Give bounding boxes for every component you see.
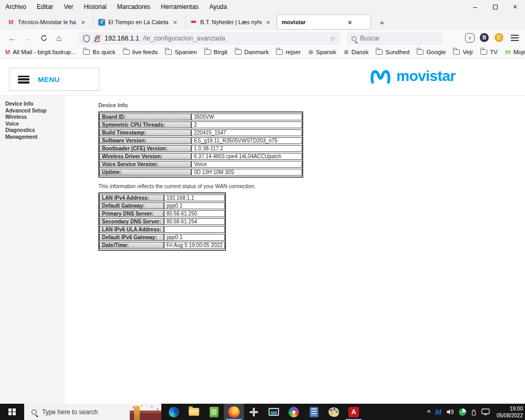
tab-close-icon[interactable]: ×	[172, 18, 177, 26]
menu-button[interactable]: MENU	[9, 68, 99, 91]
bookmark-item[interactable]: MAll Mail - birgit.fastrup...	[5, 49, 76, 55]
pocket-icon[interactable]: ∨	[465, 33, 475, 43]
sidebar-item-diagnostics[interactable]: Diagnostics	[5, 127, 65, 134]
row-value: Voice	[191, 161, 302, 168]
menu-marcadores[interactable]: Marcadores	[117, 3, 150, 11]
bookmark-item[interactable]: ⊕Spansk	[308, 48, 336, 56]
edge-icon[interactable]	[164, 404, 184, 420]
bookmark-folder[interactable]: rejser	[276, 49, 301, 55]
malwarebytes-icon[interactable]: M	[435, 408, 441, 416]
menu-archivo[interactable]: Archivo	[5, 3, 26, 11]
monitor-app-icon[interactable]	[264, 404, 284, 420]
row-label: Board ID:	[99, 114, 191, 120]
new-tab-button[interactable]: +	[375, 16, 389, 28]
table-row: Default IPv6 Gateway:ppp0.1	[99, 234, 225, 241]
tray-expand-icon[interactable]: ^	[427, 409, 430, 415]
movistar-m-icon	[369, 68, 392, 85]
tab-bt-nyheder[interactable]: ✱✱ B.T. Nyheder | Læs nyhederne p ×	[185, 15, 274, 29]
row-label: Software Version:	[99, 137, 191, 144]
sidebar-item-wireless[interactable]: Wireless	[5, 114, 65, 121]
tab-close-icon[interactable]: ×	[347, 18, 352, 26]
row-label: Uptime:	[99, 169, 191, 176]
bookmark-folder[interactable]: live feeds	[123, 49, 158, 55]
tab-close-icon[interactable]: ×	[265, 18, 270, 26]
search-icon	[352, 36, 356, 41]
bookmark-label: Spansk	[316, 49, 336, 55]
menu-ver[interactable]: Ver	[64, 3, 73, 11]
menu-historial[interactable]: Historial	[84, 3, 106, 11]
extension-b-icon[interactable]: B	[480, 33, 489, 42]
hamburger-menu-icon[interactable]	[511, 35, 519, 41]
start-button[interactable]	[0, 404, 24, 420]
tab-gmail[interactable]: M Técnico-Movistar le ha mencion ×	[3, 15, 89, 29]
calculator-icon[interactable]	[304, 404, 324, 420]
paint-icon[interactable]	[324, 404, 344, 420]
tab-close-icon[interactable]: ×	[80, 18, 85, 26]
row-label: Wireless Driver Version:	[99, 153, 191, 160]
network-display-icon[interactable]	[481, 408, 490, 415]
movistar-logo: movistar	[369, 66, 456, 87]
insecure-lock-icon	[94, 35, 101, 43]
extension-c-icon[interactable]: C	[495, 33, 503, 42]
restore-button[interactable]	[485, 0, 505, 14]
clock-time: 19:00	[497, 405, 523, 412]
url-bar[interactable]: 192.168.1.1/te_configuracion_avanzada ☆	[79, 32, 340, 45]
main-panel: Device Info Board ID:3505VW Symmetric CP…	[98, 96, 424, 251]
globe-icon: ⊕	[308, 48, 313, 56]
table-row: Voice Service Version:Voice	[99, 161, 302, 168]
file-explorer-icon[interactable]	[184, 404, 204, 420]
green-app-icon[interactable]	[204, 404, 224, 420]
reload-button[interactable]	[37, 32, 50, 45]
url-host: 192.168.1.1	[105, 35, 139, 42]
bookmark-folder[interactable]: Google	[417, 49, 446, 55]
search-highlight-art[interactable]	[130, 404, 161, 420]
taskbar-clock[interactable]: 19:00 05/08/2022	[495, 405, 523, 419]
bookmark-label: Sundhed	[385, 49, 409, 55]
search-bar[interactable]: Buscar	[347, 32, 442, 45]
bookmark-folder[interactable]: Birgit	[204, 49, 228, 55]
bookmark-folder[interactable]: Sundhed	[376, 49, 409, 55]
firefox-icon[interactable]	[224, 404, 244, 420]
row-value: 1.0.38-117.2	[191, 145, 302, 152]
taskbar-search[interactable]: Type here to search	[24, 404, 161, 420]
system-tray: ^ M ✓ 19:00 05/08/2022	[427, 404, 523, 420]
home-button[interactable]: ⌂	[52, 32, 66, 45]
tab-movistar-active[interactable]: movistar ×	[277, 15, 370, 29]
tab-title: movistar	[282, 19, 344, 25]
close-button[interactable]: ×	[505, 0, 525, 14]
antivirus-shield-icon[interactable]: ✓	[459, 408, 466, 416]
bookmark-item[interactable]: ⊕Dansk	[344, 48, 369, 56]
usb-icon[interactable]	[471, 408, 477, 416]
bookmark-star-icon[interactable]: ☆	[330, 35, 336, 43]
bookmark-folder[interactable]: TV	[480, 49, 498, 55]
bookmark-folder[interactable]: Vejr	[453, 49, 473, 55]
bookmark-folder[interactable]: Danmark	[235, 49, 269, 55]
row-value: Fri Aug 5 19:00:05 2022	[164, 242, 225, 249]
forward-button[interactable]: →	[21, 32, 35, 45]
bookmark-label: Dansk	[352, 49, 369, 55]
volume-icon[interactable]	[446, 408, 454, 415]
back-button[interactable]: ←	[5, 32, 19, 45]
menu-herramientas[interactable]: Herramientas	[161, 3, 199, 11]
remote-cursor-icon[interactable]	[244, 404, 264, 420]
menu-ayuda[interactable]: Ayuda	[209, 3, 227, 11]
bookmark-folder[interactable]: Spanien	[165, 49, 197, 55]
sidebar-item-management[interactable]: Management	[5, 134, 65, 141]
picasa-icon[interactable]	[284, 404, 304, 420]
folder-icon	[235, 49, 242, 55]
minimize-button[interactable]: –	[465, 0, 485, 14]
device-info-table: Board ID:3505VW Symmetric CPU Threads:2 …	[98, 111, 303, 178]
bookmark-item[interactable]: mMojeek	[505, 48, 525, 56]
table-row: Software Version:ES_g19.11_R3505VWSTD203…	[99, 137, 302, 144]
acrobat-icon[interactable]: A	[344, 404, 364, 420]
bookmark-label: Vejr	[462, 49, 473, 55]
sidebar-item-device-info[interactable]: Device Info	[5, 101, 65, 108]
folder-icon	[276, 49, 283, 55]
row-value: 80.58.61.250	[164, 210, 225, 217]
sidebar-item-voice[interactable]: Voice	[5, 121, 65, 128]
sidebar-item-advanced-setup[interactable]: Advanced Setup	[5, 108, 65, 115]
tab-eltiempo[interactable]: t El Tiempo en La Caleta, Málaga ×	[93, 15, 181, 29]
url-path: /te_configuracion_avanzada	[143, 35, 225, 42]
bookmark-folder[interactable]: Bs quick	[83, 49, 115, 55]
menu-editar[interactable]: Editar	[37, 3, 53, 11]
